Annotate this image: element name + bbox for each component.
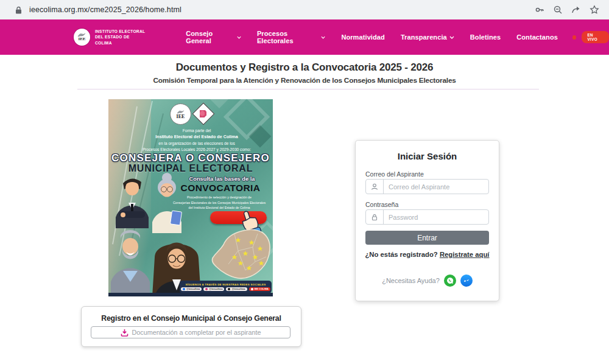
documentation-button-label: Documentación a completar por el aspiran… [132, 329, 261, 336]
messenger-icon[interactable] [460, 275, 473, 287]
nav-item-procesos-electorales[interactable]: Procesos Electorales [257, 30, 326, 44]
poster-social-banner: SÍGUENOS A TRAVÉS DE NUESTRAS REDES SOCI… [186, 283, 266, 286]
facebook-icon [183, 288, 185, 290]
chevron-down-icon [321, 36, 325, 39]
email-field[interactable] [384, 180, 488, 194]
register-row: ¿No estás registrado? Registrate aquí [356, 251, 499, 258]
whatsapp-icon[interactable] [444, 275, 456, 287]
key-icon[interactable] [534, 5, 544, 15]
poster-intro-line2: Instituto Electoral del Estado de Colima [129, 134, 264, 141]
divider [77, 89, 539, 89]
org-name-line2: DEL ESTADO DE COLIMA [95, 34, 146, 46]
live-badge[interactable]: EN VIVO [582, 31, 609, 43]
poster-logo-acronym: IEE [177, 114, 185, 119]
page: ieecolima.org.mx/cme2025_2026/home.html … [0, 0, 609, 364]
poster-intro-line3: en la organización de las elecciones de … [129, 141, 264, 147]
nav-item-consejo-general[interactable]: Consejo General [186, 30, 241, 44]
zoom-out-icon[interactable] [552, 5, 563, 15]
register-question: ¿No estás registrado? [365, 251, 437, 258]
org-name-line1: INSTITUTO ELECTORAL [95, 29, 146, 35]
poster-crest-icon [192, 103, 215, 125]
poster-iee-logo-icon: IEE [170, 103, 191, 125]
live-dot-icon [572, 35, 577, 40]
facebook-handle: @ieecolima [181, 287, 202, 291]
poster-social-bar: SÍGUENOS A TRAVÉS DE NUESTRAS REDES SOCI… [180, 281, 272, 293]
youtube-handle: IEE COLIMA [249, 287, 270, 291]
youtube-icon [251, 288, 253, 290]
poster-cta-lead: Consulta las bases de la [171, 176, 273, 182]
page-subtitle: Comisión Temporal para la Atención y Ren… [0, 76, 609, 85]
registration-card: Registro en el Consejo Municipal ó Conse… [81, 306, 301, 347]
poster-intro: Forma parte del Instituto Electoral del … [129, 128, 264, 152]
browser-address-bar[interactable]: ieecolima.org.mx/cme2025_2026/home.html [0, 0, 609, 19]
user-icon [366, 180, 384, 194]
register-link[interactable]: Registrate aquí [440, 251, 490, 258]
x-icon [228, 288, 230, 290]
chevron-down-icon [449, 36, 454, 39]
logo-acronym: IEE [78, 37, 85, 41]
login-submit-button[interactable]: Entrar [365, 231, 489, 245]
help-text: ¿Necesitas Ayuda? [382, 277, 440, 284]
nav-item-boletines[interactable]: Boletines [470, 33, 501, 41]
page-title: Documentos y Registro a la Convocatoria … [0, 61, 609, 74]
nav-item-contactanos[interactable]: Contactanos [516, 33, 558, 41]
password-field-group [365, 209, 489, 225]
url-text[interactable]: ieecolima.org.mx/cme2025_2026/home.html [29, 5, 181, 14]
password-field[interactable] [384, 210, 488, 224]
instagram-icon [205, 288, 208, 290]
share-icon[interactable] [571, 5, 581, 15]
main-navbar: IEE INSTITUTO ELECTORAL DEL ESTADO DE CO… [0, 19, 609, 55]
convocatoria-poster: IEE Forma parte del Instituto Electoral … [108, 99, 273, 296]
nav-item-transparencia[interactable]: Transparencia [401, 33, 454, 41]
x-handle: @ieecolima [226, 287, 247, 291]
poster-cta-details: Procedimiento de selección y designación… [166, 195, 273, 211]
download-icon [121, 329, 128, 337]
password-lock-icon [366, 210, 384, 224]
poster-headline-line1: CONSEJERA O CONSEJERO [108, 152, 273, 164]
instagram-handle: @ieecolima [203, 287, 224, 291]
nav-links: Consejo General Procesos Electorales Nor… [186, 30, 558, 44]
iee-logo-icon: IEE [74, 29, 90, 46]
poster-bottom-strip [108, 293, 273, 296]
poster-cta-detail2: Consejerías Electorales de los Consejos … [166, 200, 273, 206]
email-label: Correo del Aspirante [365, 170, 424, 178]
poster-intro-line4: Procesos Electorales Locales 2026-2027 y… [129, 147, 264, 153]
nav-item-normatividad[interactable]: Normatividad [341, 33, 385, 41]
login-card: Iniciar Sesión Correo del Aspirante Cont… [355, 140, 499, 301]
chevron-down-icon [237, 36, 241, 39]
poster-intro-line1: Forma parte del [129, 128, 264, 134]
registration-title: Registro en el Consejo Municipal ó Conse… [82, 314, 301, 323]
documentation-button[interactable]: Documentación a completar por el aspiran… [91, 326, 290, 338]
lock-icon [13, 5, 24, 15]
site-logo[interactable]: IEE INSTITUTO ELECTORAL DEL ESTADO DE CO… [74, 29, 146, 46]
email-field-group [365, 179, 489, 194]
bookmark-star-icon[interactable] [589, 5, 599, 15]
colima-map-graphic [210, 226, 273, 287]
poster-cta-detail1: Procedimiento de selección y designación… [166, 195, 273, 200]
login-title: Iniciar Sesión [356, 151, 499, 161]
password-label: Contraseña [365, 201, 398, 208]
poster-cta-title: CONVOCATORIA [168, 183, 273, 194]
